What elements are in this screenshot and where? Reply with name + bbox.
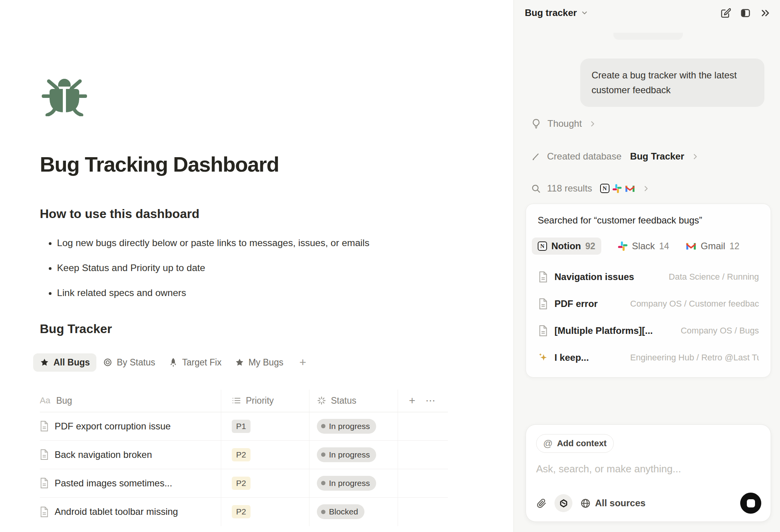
status-dot-icon xyxy=(321,452,325,457)
source-tab-notion[interactable]: N Notion 92 xyxy=(532,238,601,255)
table-row[interactable]: Pasted images sometimes... P2 In progres… xyxy=(40,469,448,498)
source-tab-count: 14 xyxy=(659,241,669,252)
view-tab-my-bugs[interactable]: My Bugs xyxy=(228,353,290,372)
step-search-results[interactable]: 118 results N xyxy=(531,181,650,196)
table-header-actions: + ⋯ xyxy=(398,390,448,412)
doc-icon xyxy=(538,325,549,336)
gmail-icon xyxy=(625,184,635,193)
step-created-database[interactable]: Created database Bug Tracker xyxy=(531,149,699,164)
stop-button[interactable] xyxy=(740,493,761,514)
howto-bullet: Log new bugs directly below or paste lin… xyxy=(57,237,414,249)
panel-title[interactable]: Bug tracker xyxy=(525,7,577,18)
search-result-item[interactable]: PDF error Company OS / Customer feedback xyxy=(538,290,759,317)
add-column-button[interactable]: + xyxy=(409,394,415,407)
source-tabs: N Notion 92 Slack 14 Gmail 12 xyxy=(538,238,759,255)
table-header-row: Aa Bug Priority Status xyxy=(40,390,448,412)
view-tab-label: All Bugs xyxy=(53,357,90,368)
star-icon xyxy=(40,358,49,367)
document-pane: Bug Tracking Dashboard How to use this d… xyxy=(0,0,513,532)
step-thought[interactable]: Thought xyxy=(531,116,596,131)
attachment-icon[interactable] xyxy=(536,498,547,509)
doc-icon xyxy=(40,421,49,431)
chevron-right-icon xyxy=(589,120,596,128)
column-header-priority[interactable]: Priority xyxy=(221,390,309,412)
priority-badge[interactable]: P1 xyxy=(232,420,251,433)
pencil-icon xyxy=(531,152,541,161)
doc-icon xyxy=(40,478,49,488)
source-tab-count: 92 xyxy=(585,241,595,252)
search-result-item[interactable]: I keep... Engineering Hub / Retro @Last … xyxy=(538,344,759,371)
rocket-icon xyxy=(169,358,178,367)
result-meta: Engineering Hub / Retro @Last Tue... xyxy=(630,353,759,363)
chevron-down-icon[interactable] xyxy=(581,9,588,17)
column-label: Priority xyxy=(246,395,274,406)
howto-list: Log new bugs directly below or paste lin… xyxy=(40,237,414,299)
view-tab-label: Target Fix xyxy=(182,357,222,368)
column-header-status[interactable]: Status xyxy=(309,390,398,412)
bug-title: Back navigation broken xyxy=(55,449,152,460)
view-tab-by-status[interactable]: By Status xyxy=(96,353,162,372)
search-result-item[interactable]: Navigation issues Data Science / Running xyxy=(538,263,759,290)
table-row[interactable]: Back navigation broken P2 In progress xyxy=(40,441,448,469)
search-card-title: Searched for “customer feedback bugs” xyxy=(538,215,759,226)
list-icon xyxy=(232,396,241,405)
ai-panel: Bug tracker Create a bug tracker with th… xyxy=(513,0,780,532)
add-view-button[interactable]: + xyxy=(295,356,310,369)
view-tab-all-bugs[interactable]: All Bugs xyxy=(33,353,96,372)
result-title: Navigation issues xyxy=(554,271,634,282)
view-tab-label: By Status xyxy=(117,357,155,368)
priority-badge[interactable]: P2 xyxy=(232,505,251,518)
text-type-icon: Aa xyxy=(40,395,50,406)
column-label: Bug xyxy=(56,395,72,406)
app: Bug Tracking Dashboard How to use this d… xyxy=(0,0,780,532)
table-more-button[interactable]: ⋯ xyxy=(425,395,436,407)
composer-input[interactable]: Ask, search, or make anything... xyxy=(536,463,760,475)
slack-icon xyxy=(612,184,622,193)
openai-icon xyxy=(558,498,569,509)
status-badge[interactable]: In progress xyxy=(317,476,376,491)
composer: @ Add context Ask, search, or make anyth… xyxy=(526,424,771,522)
collapse-panel-icon[interactable] xyxy=(760,8,771,18)
doc-icon xyxy=(538,298,549,309)
all-sources-button[interactable]: All sources xyxy=(580,498,645,509)
howto-bullet: Keep Status and Priority up to date xyxy=(57,262,414,274)
scrolled-message-fragment xyxy=(613,33,683,40)
bug-icon[interactable] xyxy=(40,73,89,116)
view-tabs: All Bugs By Status Target Fix xyxy=(33,353,414,372)
lightbulb-icon xyxy=(531,119,541,129)
target-icon xyxy=(103,358,112,367)
status-badge[interactable]: In progress xyxy=(317,447,376,462)
source-tab-count: 12 xyxy=(730,241,740,252)
at-icon: @ xyxy=(543,438,553,449)
result-meta: Company OS / Bugs xyxy=(681,326,759,336)
add-context-button[interactable]: @ Add context xyxy=(536,434,614,453)
stop-icon xyxy=(747,499,755,507)
step-label: Thought xyxy=(547,118,582,129)
status-dot-icon xyxy=(321,481,325,485)
notion-icon: N xyxy=(538,241,547,251)
priority-badge[interactable]: P2 xyxy=(232,477,251,490)
table-row[interactable]: PDF export corruption issue P1 In progre… xyxy=(40,412,448,441)
table-row[interactable]: Android tablet toolbar missing P2 Blocke… xyxy=(40,498,448,526)
spinner-icon xyxy=(317,396,326,405)
status-badge[interactable]: Blocked xyxy=(317,504,364,519)
result-meta: Data Science / Running xyxy=(669,272,759,282)
status-badge[interactable]: In progress xyxy=(317,419,376,434)
search-icon xyxy=(531,184,541,193)
source-tab-slack[interactable]: Slack 14 xyxy=(618,241,669,252)
result-title: I keep... xyxy=(554,352,589,363)
openai-model-button[interactable] xyxy=(554,494,572,512)
panel-toggle-icon[interactable] xyxy=(740,8,751,18)
source-tab-gmail[interactable]: Gmail 12 xyxy=(686,241,739,252)
priority-badge[interactable]: P2 xyxy=(232,448,251,461)
chevron-right-icon xyxy=(691,153,699,160)
notion-icon: N xyxy=(600,184,609,193)
search-result-item[interactable]: [Multiple Platforms][... Company OS / Bu… xyxy=(538,317,759,344)
sparkles-icon xyxy=(538,353,549,363)
compose-icon[interactable] xyxy=(720,8,731,18)
column-header-bug[interactable]: Aa Bug xyxy=(40,390,221,412)
globe-icon xyxy=(580,498,591,509)
view-tab-target-fix[interactable]: Target Fix xyxy=(162,353,228,372)
source-tab-label: Gmail xyxy=(701,241,725,252)
all-sources-label: All sources xyxy=(595,498,645,509)
